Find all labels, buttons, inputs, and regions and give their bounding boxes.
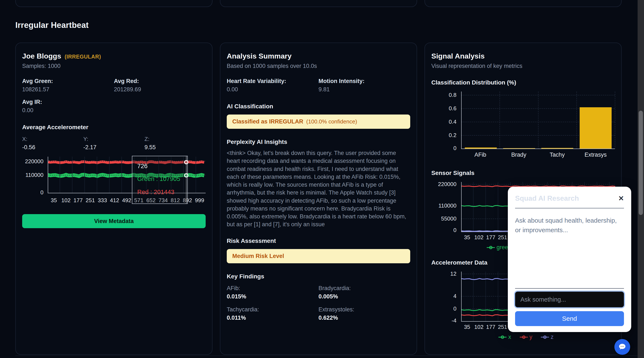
x-tick-label: 102 [473,234,484,241]
confidence-text: (100.0% confidence) [306,118,357,125]
accel-axis: Y: -2.17 [83,136,144,151]
page-title: Irregular Heartbeat [15,21,622,30]
analysis-title: Analysis Summary [227,52,410,60]
insights-paragraph: <think> Okay, let's break down this quer… [227,149,410,229]
legend-marker-icon [498,335,506,339]
y-tick-label: 0.6 [449,105,456,112]
x-tick-label: 333 [96,197,108,204]
avg-metrics: Avg Green: 108261.57 Avg Red: 201289.69 … [22,78,206,114]
x-tick-label: 251 [496,324,508,330]
x-tick-label: 35 [461,234,473,241]
finding: AFib: 0.015% [227,285,318,300]
analysis-card: Analysis Summary Based on 1000 samples o… [220,43,417,355]
chat-prompt-text: Ask about squad health, leadership, or i… [515,216,624,235]
view-metadata-button[interactable]: View Metadata [22,214,206,228]
category-label: Extrasys [576,152,615,158]
chat-header-divider [515,208,624,208]
chat-title: Squad AI Research [515,194,579,202]
legend-marker-icon [541,335,549,339]
y-tick-label: 0.4 [449,119,456,125]
chat-input[interactable] [515,292,624,307]
accelerometer-heading: Average Accelerometer [22,124,206,131]
metric: Avg Green: 108261.57 [22,78,114,93]
y-tick-label: -4 [452,317,456,324]
patient-signal-chart[interactable]: 220000 110000 0 [48,157,206,208]
top-card-row [15,0,622,7]
y-tick-label: 110000 [25,172,44,178]
y-tick-label: 0.2 [449,132,456,139]
close-icon[interactable]: ✕ [618,195,624,202]
classification-chart-title: Classification Distribution (%) [431,79,615,86]
metric: Avg Red: 201289.69 [114,78,206,93]
patient-name: Joe Bloggs [22,52,61,60]
classification-bar-chart[interactable]: 0.8 0.6 0.4 0.2 0 [431,92,615,158]
legend-item: green [487,244,511,251]
y-tick-label: 12 [450,271,456,277]
x-tick-label: 35 [461,324,473,330]
risk-heading: Risk Assessment [227,237,410,244]
y-tick-label: 0 [454,145,456,152]
patient-header: Joe Bloggs (IRREGULAR) [22,52,206,60]
x-tick-label: 177 [485,324,496,330]
x-tick-label: 177 [485,234,496,241]
category-label: AFib [461,152,500,158]
scrollbar-track[interactable] [638,0,644,358]
legend-item: z [541,334,554,340]
crosshair-point-red [184,160,188,164]
x-tick-label: 492 [120,197,133,204]
x-tick-label: 35 [48,197,60,204]
sensor-chart-title: Sensor Signals [431,170,615,177]
y-tick-label: 4 [454,293,456,300]
x-tick-label: 412 [108,197,120,204]
y-tick-label: 0 [454,227,456,233]
chat-input-divider [515,288,624,289]
signal-subtitle: Visual representation of key metrics [431,63,615,69]
x-tick-label: 102 [60,197,72,204]
x-tick-label: 102 [473,324,484,330]
y-tick-label: 220000 [438,181,456,187]
ai-classification-heading: AI Classification [227,103,410,110]
x-tick-label: 999 [194,197,206,204]
chat-fab-button[interactable] [614,339,630,355]
samples-count: Samples: 1000 [22,63,206,69]
y-tick-label: 110000 [438,202,456,209]
finding: Tachycardia: 0.011% [227,306,318,321]
finding: Extrasystoles: 0.622% [318,306,410,321]
bar-afib [465,148,497,149]
y-tick-label: 0 [40,189,44,196]
top-card-cutoff [220,0,417,7]
metric: Motion Intensity: 9.81 [318,78,410,93]
tooltip-index: 726 [137,163,148,170]
category-label: Brady [500,152,538,158]
analysis-metrics: Heart Rate Variability: 0.00 Motion Inte… [227,78,410,93]
legend-marker-icon [520,335,528,339]
bar-brady [503,148,535,149]
tooltip-green-value: Green : 107905 [137,176,180,182]
x-tick-label: 251 [496,234,508,241]
x-tick-label: 177 [72,197,84,204]
tooltip-red-value: Red : 201443 [137,188,174,195]
key-findings-grid: AFib: 0.015% Bradycardia: 0.005% Tachyca… [227,285,410,321]
classification-text: Classified as IRREGULAR [232,118,303,125]
x-tick-label: 251 [84,197,96,204]
metric: Heart Rate Variability: 0.00 [227,78,318,93]
y-tick-label: 220000 [25,158,44,165]
scrollbar-thumb[interactable] [639,111,643,215]
bar-extrasys [580,107,612,149]
top-card-cutoff [424,0,622,7]
chat-overlay: Squad AI Research ✕ Ask about squad heal… [508,187,631,332]
accel-axis: X: -0.56 [22,136,83,151]
y-tick-label: 55000 [441,215,456,222]
bottom-divider [15,356,644,356]
classification-badge: Classified as IRREGULAR (100.0% confiden… [227,115,410,129]
patient-card: Joe Bloggs (IRREGULAR) Samples: 1000 Avg… [15,43,212,355]
chat-bubble-icon [618,343,627,352]
risk-badge: Medium Risk Level [227,249,410,263]
status-badge: (IRREGULAR) [64,54,101,60]
y-tick-label: 0.8 [449,92,456,98]
category-label: Tachy [538,152,576,158]
risk-level-text: Medium Risk Level [232,253,284,259]
analysis-subtitle: Based on 1000 samples over 10.0s [227,63,410,69]
key-findings-heading: Key Findings [227,273,410,280]
send-button[interactable]: Send [515,311,624,326]
